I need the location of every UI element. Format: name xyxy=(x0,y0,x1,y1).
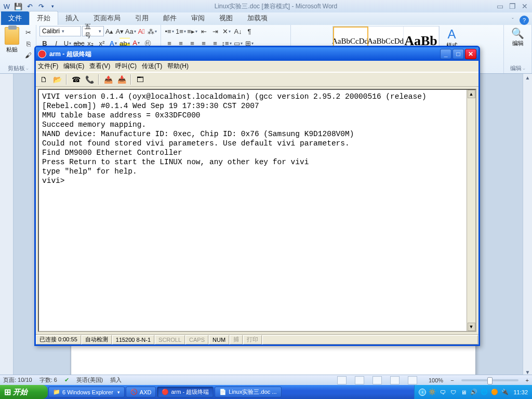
view-draft-icon[interactable] xyxy=(408,376,417,384)
word-restore-button[interactable]: ❐ xyxy=(507,2,517,10)
status-page[interactable]: 页面: 10/10 xyxy=(3,376,32,384)
cut-icon[interactable]: ✂ xyxy=(23,27,34,37)
word-minimize-button[interactable]: ▭ xyxy=(495,2,505,10)
asian-layout-icon[interactable]: ✕ xyxy=(221,26,232,36)
change-case-icon[interactable]: Aa xyxy=(125,26,136,36)
copy-icon[interactable]: ⎘ xyxy=(23,38,34,49)
ht-statusbar: 已连接 0:00:55 自动检测 115200 8-N-1 SCROLL CAP… xyxy=(36,334,478,344)
zoom-out-icon[interactable]: − xyxy=(450,377,454,383)
ht-status-detect: 自动检测 xyxy=(82,335,112,344)
tray-icon-5[interactable]: 🔊 xyxy=(470,388,478,396)
tab-refs[interactable]: 引用 xyxy=(128,11,156,25)
format-painter-icon[interactable]: 🖌 xyxy=(23,50,34,60)
ht-scroll-down-icon[interactable]: ▼ xyxy=(468,323,475,331)
tray-icon-6[interactable]: 🌐 xyxy=(480,388,488,396)
word-scrollbar[interactable]: ▲ ▼ xyxy=(523,74,532,376)
redo-icon[interactable]: ↷ xyxy=(36,2,46,11)
ht-close-button[interactable]: ✕ xyxy=(465,49,476,59)
ht-menu-file[interactable]: 文件(F) xyxy=(38,62,58,71)
system-tray: ‹ 🔆 🗨 🛡 🖥 🔊 🌐 🟠 🔌 11:32 xyxy=(414,385,532,399)
font-size-combo[interactable]: 五号 xyxy=(82,26,104,36)
ht-properties-icon[interactable]: 🗔 xyxy=(135,74,146,85)
start-button[interactable]: 开始 xyxy=(0,385,48,399)
ht-titlebar[interactable]: arm - 超级终端 _ □ ✕ xyxy=(36,47,478,61)
undo-icon[interactable]: ↶ xyxy=(25,2,34,11)
scroll-up-icon[interactable]: ▲ xyxy=(525,75,530,81)
clear-format-icon[interactable]: A⃠ xyxy=(137,26,146,36)
tab-addins[interactable]: 加载项 xyxy=(240,11,275,25)
tab-view[interactable]: 视图 xyxy=(212,11,240,25)
save-icon[interactable]: 💾 xyxy=(14,2,23,11)
ht-open-icon[interactable]: 📂 xyxy=(51,74,63,85)
indent-inc-icon[interactable]: ⇥ xyxy=(210,26,220,36)
tray-icon-1[interactable]: 🔆 xyxy=(428,388,436,396)
sort-icon[interactable]: A↓ xyxy=(233,26,243,36)
taskbar: 开始 📁6 Windows Explorer▾🚫AXD🔴arm - 超级终端📄L… xyxy=(0,385,532,399)
ribbon-min-icon[interactable]: ˇ xyxy=(508,16,517,25)
view-outline-icon[interactable] xyxy=(390,376,400,384)
font-name-combo[interactable]: Calibri xyxy=(39,26,81,36)
indent-dec-icon[interactable]: ⇤ xyxy=(198,26,209,36)
taskbar-item-1[interactable]: 🚫AXD xyxy=(126,387,156,397)
ht-menu-help[interactable]: 帮助(H) xyxy=(167,62,189,71)
bullets-icon[interactable]: •≡ xyxy=(164,26,175,36)
tab-file[interactable]: 文件 xyxy=(1,11,29,25)
tray-icon-2[interactable]: 🗨 xyxy=(438,388,447,396)
status-insert[interactable]: 插入 xyxy=(110,376,122,384)
phonetic-icon[interactable]: ⁂ xyxy=(147,26,157,36)
tray-expand-icon[interactable]: ‹ xyxy=(419,389,426,396)
ht-menu-view[interactable]: 查看(V) xyxy=(89,62,110,71)
ht-menu-edit[interactable]: 编辑(E) xyxy=(63,62,84,71)
shrink-font-icon[interactable]: A▾ xyxy=(115,26,124,36)
tab-insert[interactable]: 插入 xyxy=(58,11,86,25)
editing-button[interactable]: 🔍 编辑 xyxy=(508,26,528,56)
status-words[interactable]: 字数: 6 xyxy=(39,376,57,384)
multilevel-icon[interactable]: ≡▸ xyxy=(187,26,197,36)
status-proof-icon[interactable]: ✔ xyxy=(64,377,69,383)
taskbar-item-0[interactable]: 📁6 Windows Explorer▾ xyxy=(48,387,125,397)
ht-receive-icon[interactable]: 📥 xyxy=(116,74,127,85)
ht-minimize-button[interactable]: _ xyxy=(440,49,451,59)
tray-icon-7[interactable]: 🟠 xyxy=(490,388,499,396)
tray-icon-4[interactable]: 🖥 xyxy=(459,388,468,396)
ht-send-icon[interactable]: 📤 xyxy=(102,74,114,85)
clock[interactable]: 11:32 xyxy=(513,389,528,395)
ht-disconnect-icon[interactable]: 📞 xyxy=(84,74,95,85)
help-icon[interactable]: ? xyxy=(520,16,529,25)
ht-menu-transfer[interactable]: 传送(T) xyxy=(142,62,162,71)
status-lang[interactable]: 英语(美国) xyxy=(76,376,103,384)
ht-status-caps: CAPS xyxy=(185,335,208,344)
view-read-icon[interactable] xyxy=(355,376,364,384)
ht-scrollbar[interactable]: ▲ ▼ xyxy=(467,90,475,331)
ht-status-conn: 已连接 0:00:55 xyxy=(36,335,81,344)
ht-menu-call[interactable]: 呼叫(C) xyxy=(115,62,137,71)
zoom-label[interactable]: 100% xyxy=(429,377,443,383)
taskbar-item-3[interactable]: 📄Linux实验三.doc ... xyxy=(215,387,281,397)
group-clipboard: 粘贴 ✂ ⎘ 🖌 剪贴板 xyxy=(0,25,36,73)
show-marks-icon[interactable]: ¶ xyxy=(244,26,255,36)
ht-scroll-up-icon[interactable]: ▲ xyxy=(468,90,475,98)
ht-menubar: 文件(F) 编辑(E) 查看(V) 呼叫(C) 传送(T) 帮助(H) xyxy=(36,61,478,72)
ht-connect-icon[interactable]: ☎ xyxy=(70,74,82,85)
zoom-slider[interactable] xyxy=(461,379,518,381)
taskbar-item-label: arm - 超级终端 xyxy=(171,388,209,396)
tab-home[interactable]: 开始 xyxy=(29,11,58,25)
view-print-icon[interactable] xyxy=(337,376,347,384)
paste-button[interactable]: 粘贴 xyxy=(3,26,21,56)
numbering-icon[interactable]: 1≡ xyxy=(176,26,186,36)
zoom-in-icon[interactable]: + xyxy=(526,377,529,383)
tab-mail[interactable]: 邮件 xyxy=(156,11,184,25)
clipboard-label: 剪贴板 xyxy=(8,64,29,73)
ht-new-icon[interactable]: 🗋 xyxy=(38,74,49,85)
taskbar-item-2[interactable]: 🔴arm - 超级终端 xyxy=(157,387,214,397)
qat-more-icon[interactable]: ▾ xyxy=(48,2,57,11)
terminal-output[interactable]: VIVI version 0.1.4 (oyx@localhost.locald… xyxy=(39,90,467,331)
ht-maximize-button[interactable]: □ xyxy=(453,49,464,59)
tray-icon-8[interactable]: 🔌 xyxy=(501,388,509,396)
grow-font-icon[interactable]: A▴ xyxy=(105,26,114,36)
word-close-button[interactable]: ✕ xyxy=(520,2,530,10)
hyperterminal-window: arm - 超级终端 _ □ ✕ 文件(F) 编辑(E) 查看(V) 呼叫(C)… xyxy=(34,46,480,346)
tray-icon-3[interactable]: 🛡 xyxy=(449,388,457,396)
tab-review[interactable]: 审阅 xyxy=(184,11,212,25)
view-web-icon[interactable] xyxy=(373,376,382,384)
